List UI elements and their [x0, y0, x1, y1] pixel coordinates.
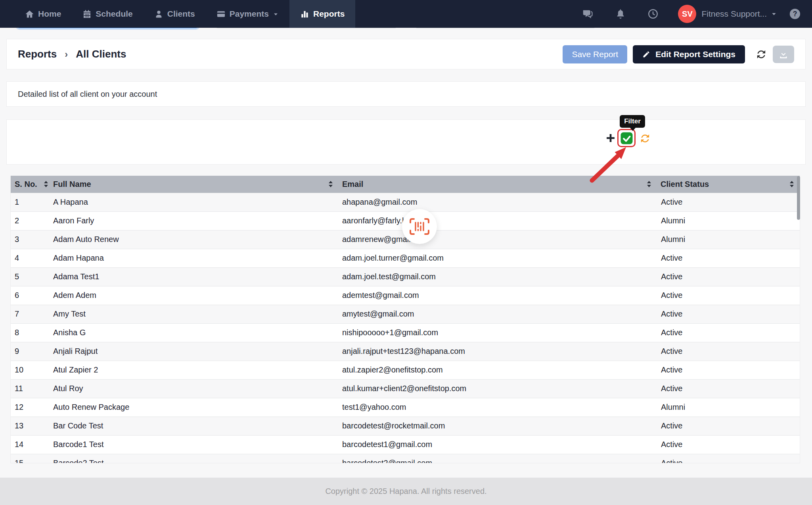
- cell-sno: 2: [11, 211, 50, 230]
- table-row: 9 Anjali Rajput anjali.rajput+test123@ha…: [11, 342, 800, 361]
- header-email[interactable]: Email: [339, 176, 658, 193]
- nav-items: Home Schedule Clients Payments Reports: [14, 0, 355, 28]
- save-report-button[interactable]: Save Report: [563, 45, 627, 63]
- apply-filter-button[interactable]: [620, 132, 633, 145]
- breadcrumb-section[interactable]: Reports: [18, 48, 57, 60]
- cell-client-status: Active: [658, 435, 800, 454]
- cell-sno: 4: [11, 249, 50, 267]
- sort-icon: [44, 180, 48, 188]
- check-square-icon: [620, 132, 633, 145]
- cell-sno: 11: [11, 379, 50, 398]
- cell-sno: 9: [11, 342, 50, 361]
- chat-icon[interactable]: [571, 8, 604, 20]
- calendar-icon: [82, 10, 92, 19]
- nav-item-reports[interactable]: Reports: [289, 0, 355, 28]
- cell-full-name: Adam Auto Renew: [50, 230, 339, 249]
- cell-sno: 15: [11, 454, 50, 463]
- header-full-name[interactable]: Full Name: [50, 176, 339, 193]
- cell-email: adamrenew@gmail.com: [339, 230, 658, 249]
- table-row: 7 Amy Test amytest@gmail.com Active: [11, 305, 800, 323]
- cell-sno: 12: [11, 398, 50, 417]
- home-icon: [25, 10, 34, 19]
- cell-client-status: Active: [658, 286, 800, 305]
- table-row: 13 Bar Code Test barcodetest@rocketmail.…: [11, 417, 800, 435]
- filter-tooltip-label: Filter: [624, 117, 641, 125]
- cell-client-status: Active: [658, 361, 800, 379]
- cell-sno: 1: [11, 193, 50, 211]
- header-sno[interactable]: S. No.: [11, 176, 50, 193]
- header-client-status[interactable]: Client Status: [658, 176, 800, 193]
- cell-full-name: Adama Test1: [50, 267, 339, 286]
- avatar[interactable]: SV: [678, 5, 696, 23]
- cell-client-status: Alumni: [658, 398, 800, 417]
- nav-right: SV Fitness Support... ?: [571, 5, 801, 23]
- avatar-initials: SV: [682, 10, 693, 19]
- table-row: 1 A Hapana ahapana@gmail.com Active: [11, 193, 800, 211]
- chevron-down-icon[interactable]: [771, 11, 777, 17]
- cell-email: amytest@gmail.com: [339, 305, 658, 323]
- cell-full-name: Barcode2 Test: [50, 454, 339, 463]
- table-row: 4 Adam Hapana adam.joel.turner@gmail.com…: [11, 249, 800, 267]
- chevron-down-icon: [273, 11, 279, 17]
- barcode-scanner-button[interactable]: [402, 209, 437, 244]
- clock-icon[interactable]: [637, 8, 669, 19]
- bar-chart-icon: [300, 10, 309, 19]
- cell-full-name: Atul Zapier 2: [50, 361, 339, 379]
- barcode-icon: [409, 217, 430, 236]
- cell-client-status: Alumni: [658, 230, 800, 249]
- nav-item-label: Home: [38, 9, 61, 19]
- cell-email: atul.kumar+client2@onefitstop.com: [339, 379, 658, 398]
- cell-sno: 13: [11, 417, 50, 435]
- cell-email: barcodetest2@gmail.com: [339, 454, 658, 463]
- cell-email: atul.zapier2@onefitstop.com: [339, 361, 658, 379]
- report-description: Detailed list of all client on your acco…: [18, 90, 157, 99]
- cell-client-status: Active: [658, 417, 800, 435]
- cell-sno: 5: [11, 267, 50, 286]
- help-icon[interactable]: ?: [789, 8, 801, 20]
- cell-full-name: Amy Test: [50, 305, 339, 323]
- nav-item-schedule[interactable]: Schedule: [72, 0, 143, 28]
- cell-email: anjali.rajput+test123@hapana.com: [339, 342, 658, 361]
- cell-full-name: Barcode1 Test: [50, 435, 339, 454]
- table-scrollbar[interactable]: [797, 176, 800, 220]
- cell-sno: 10: [11, 361, 50, 379]
- cell-email: ademtest@gmail.com: [339, 286, 658, 305]
- cell-client-status: Active: [658, 193, 800, 211]
- reset-filter-button[interactable]: [639, 132, 651, 144]
- cell-full-name: Bar Code Test: [50, 417, 339, 435]
- add-filter-button[interactable]: [605, 132, 616, 144]
- nav-item-label: Reports: [313, 9, 345, 19]
- breadcrumb-page: All Clients: [76, 48, 126, 60]
- cell-full-name: A Hapana: [50, 193, 339, 211]
- cell-client-status: Active: [658, 305, 800, 323]
- table-row: 5 Adama Test1 adam.joel.test@gmail.com A…: [11, 267, 800, 286]
- footer: Copyright © 2025 Hapana. All rights rese…: [0, 478, 812, 505]
- pencil-icon: [642, 50, 650, 58]
- bell-icon[interactable]: [604, 8, 637, 19]
- copyright-text: Copyright © 2025 Hapana. All rights rese…: [325, 487, 486, 496]
- cell-email: test1@yahoo.com: [339, 398, 658, 417]
- table-row: 6 Adem Adem ademtest@gmail.com Active: [11, 286, 800, 305]
- sort-icon: [789, 180, 794, 188]
- header-email-label: Email: [342, 180, 363, 189]
- refresh-report-icon[interactable]: [755, 48, 767, 60]
- nav-item-home[interactable]: Home: [14, 0, 72, 28]
- header-sno-label: S. No.: [15, 180, 37, 189]
- download-report-button[interactable]: [773, 46, 794, 63]
- cell-sno: 3: [11, 230, 50, 249]
- table-row: 14 Barcode1 Test barcodetest1@gmail.com …: [11, 435, 800, 454]
- cell-client-status: Alumni: [658, 211, 800, 230]
- cell-full-name: Adam Hapana: [50, 249, 339, 267]
- table-row: 11 Atul Roy atul.kumar+client2@onefitsto…: [11, 379, 800, 398]
- cell-email: aaronfarly@farly.hap: [339, 211, 658, 230]
- cell-email: barcodetest1@gmail.com: [339, 435, 658, 454]
- account-name[interactable]: Fitness Support...: [701, 9, 767, 19]
- edit-report-settings-button[interactable]: Edit Report Settings: [633, 45, 745, 63]
- table-row: 15 Barcode2 Test barcodetest2@gmail.com …: [11, 454, 800, 463]
- nav-item-payments[interactable]: Payments: [206, 0, 289, 28]
- filter-tooltip: Filter: [620, 115, 645, 128]
- cell-client-status: Active: [658, 454, 800, 463]
- table-row: 12 Auto Renew Package test1@yahoo.com Al…: [11, 398, 800, 417]
- nav-item-clients[interactable]: Clients: [144, 0, 206, 28]
- nav-item-label: Schedule: [96, 9, 132, 19]
